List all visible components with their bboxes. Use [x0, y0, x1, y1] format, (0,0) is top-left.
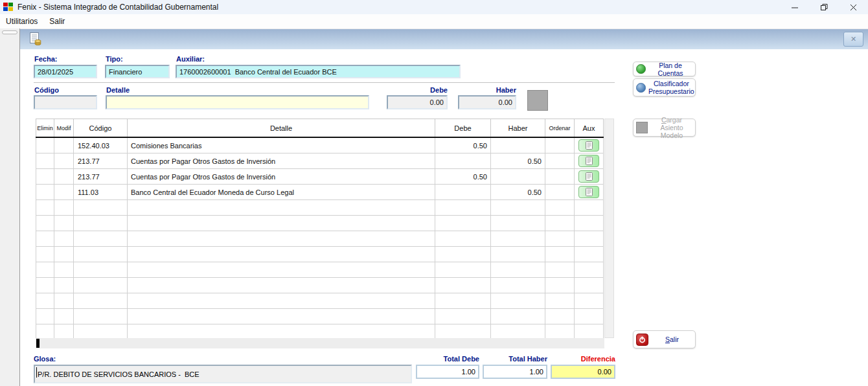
- cell-modif[interactable]: [54, 185, 74, 200]
- cell-debe[interactable]: [435, 293, 491, 309]
- cell-elimin[interactable]: [36, 293, 54, 309]
- cell-haber[interactable]: [491, 278, 545, 293]
- cell-haber[interactable]: [491, 216, 545, 231]
- horizontal-scrollbar[interactable]: [36, 338, 604, 348]
- cell-elimin[interactable]: [36, 278, 54, 293]
- cell-código[interactable]: [74, 262, 128, 278]
- codigo-field[interactable]: [34, 95, 97, 109]
- cell-detalle[interactable]: Cuentas por Pagar Otros Gastos de Invers…: [128, 153, 435, 169]
- cell-ordenar[interactable]: [545, 247, 575, 262]
- cell-detalle[interactable]: [128, 216, 435, 231]
- cell-debe[interactable]: [435, 231, 491, 247]
- cell-debe[interactable]: [435, 247, 491, 262]
- cell-elimin[interactable]: [36, 262, 54, 278]
- cell-detalle[interactable]: Banco Central del Ecuador Moneda de Curs…: [128, 185, 435, 200]
- cell-detalle[interactable]: [128, 293, 435, 309]
- cell-código[interactable]: 152.40.03: [74, 137, 128, 153]
- menu-salir[interactable]: Salir: [43, 14, 71, 28]
- cell-debe[interactable]: [435, 216, 491, 231]
- cell-haber[interactable]: [491, 231, 545, 247]
- cell-haber[interactable]: [491, 137, 545, 153]
- cell-código[interactable]: [74, 278, 128, 293]
- cell-aux[interactable]: [575, 216, 604, 231]
- cell-elimin[interactable]: [36, 216, 54, 231]
- salir-button[interactable]: Salir: [633, 330, 696, 348]
- vertical-scrollbar[interactable]: [604, 119, 614, 338]
- cell-haber[interactable]: 0.50: [491, 185, 545, 200]
- cell-debe[interactable]: [435, 262, 491, 278]
- cell-ordenar[interactable]: [545, 262, 575, 278]
- cell-aux[interactable]: [575, 169, 604, 185]
- cell-aux[interactable]: [575, 247, 604, 262]
- cell-debe[interactable]: 0.50: [435, 137, 491, 153]
- hscroll-thumb[interactable]: [36, 339, 40, 348]
- cell-aux[interactable]: [575, 293, 604, 309]
- cell-debe[interactable]: 0.50: [435, 169, 491, 185]
- cell-código[interactable]: [74, 247, 128, 262]
- cell-modif[interactable]: [54, 231, 74, 247]
- cell-debe[interactable]: [435, 324, 491, 340]
- minimize-icon[interactable]: [781, 0, 810, 14]
- cell-elimin[interactable]: [36, 137, 54, 153]
- cell-ordenar[interactable]: [545, 200, 575, 216]
- total-haber-field[interactable]: [483, 365, 547, 379]
- cell-código[interactable]: 213.77: [74, 153, 128, 169]
- cell-debe[interactable]: [435, 185, 491, 200]
- cell-elimin[interactable]: [36, 153, 54, 169]
- cell-código[interactable]: 213.77: [74, 169, 128, 185]
- cell-ordenar[interactable]: [545, 324, 575, 340]
- aux-button[interactable]: [578, 170, 599, 183]
- cell-ordenar[interactable]: [545, 169, 575, 185]
- clasificador-presupuestario-button[interactable]: Clasificador Presupuestario: [633, 78, 696, 96]
- cell-haber[interactable]: [491, 200, 545, 216]
- cell-aux[interactable]: [575, 231, 604, 247]
- cell-código[interactable]: [74, 324, 128, 340]
- debe-field[interactable]: [387, 95, 448, 109]
- mdi-close-icon[interactable]: ✕: [843, 32, 863, 47]
- diferencia-field[interactable]: [551, 365, 615, 379]
- cell-aux[interactable]: [575, 309, 604, 324]
- cell-haber[interactable]: [491, 309, 545, 324]
- cell-aux[interactable]: [575, 137, 604, 153]
- cell-elimin[interactable]: [36, 169, 54, 185]
- aux-button[interactable]: [578, 155, 599, 167]
- cell-detalle[interactable]: [128, 247, 435, 262]
- cell-código[interactable]: 111.03: [74, 185, 128, 200]
- cell-elimin[interactable]: [36, 309, 54, 324]
- cell-detalle[interactable]: [128, 231, 435, 247]
- cell-ordenar[interactable]: [545, 293, 575, 309]
- cell-modif[interactable]: [54, 169, 74, 185]
- cell-debe[interactable]: [435, 309, 491, 324]
- cell-detalle[interactable]: Cuentas por Pagar Otros Gastos de Invers…: [128, 169, 435, 185]
- cell-elimin[interactable]: [36, 185, 54, 200]
- cell-aux[interactable]: [575, 200, 604, 216]
- cell-código[interactable]: [74, 293, 128, 309]
- glosa-field[interactable]: [34, 365, 412, 383]
- aux-button[interactable]: [578, 139, 599, 152]
- aux-button[interactable]: [578, 186, 599, 198]
- splitter-handle[interactable]: [2, 30, 17, 34]
- cell-código[interactable]: [74, 216, 128, 231]
- total-debe-field[interactable]: [416, 365, 479, 379]
- cell-ordenar[interactable]: [545, 137, 575, 153]
- cell-aux[interactable]: [575, 324, 604, 340]
- plan-de-cuentas-button[interactable]: Plan de Cuentas: [633, 62, 696, 76]
- cell-detalle[interactable]: [128, 262, 435, 278]
- cell-haber[interactable]: 0.50: [491, 153, 545, 169]
- auxiliar-field[interactable]: [176, 65, 461, 78]
- cell-debe[interactable]: [435, 278, 491, 293]
- cell-detalle[interactable]: Comisiones Bancarias: [128, 137, 435, 153]
- cell-haber[interactable]: [491, 169, 545, 185]
- cell-código[interactable]: [74, 309, 128, 324]
- cell-ordenar[interactable]: [545, 185, 575, 200]
- cell-modif[interactable]: [54, 324, 74, 340]
- cell-ordenar[interactable]: [545, 153, 575, 169]
- detalle-field[interactable]: [106, 95, 369, 109]
- cell-ordenar[interactable]: [545, 216, 575, 231]
- menu-utilitarios[interactable]: Utilitarios: [0, 14, 43, 28]
- cell-debe[interactable]: [435, 200, 491, 216]
- cell-aux[interactable]: [575, 262, 604, 278]
- close-icon[interactable]: [839, 0, 868, 14]
- cell-elimin[interactable]: [36, 200, 54, 216]
- gray-square-button[interactable]: [527, 90, 548, 111]
